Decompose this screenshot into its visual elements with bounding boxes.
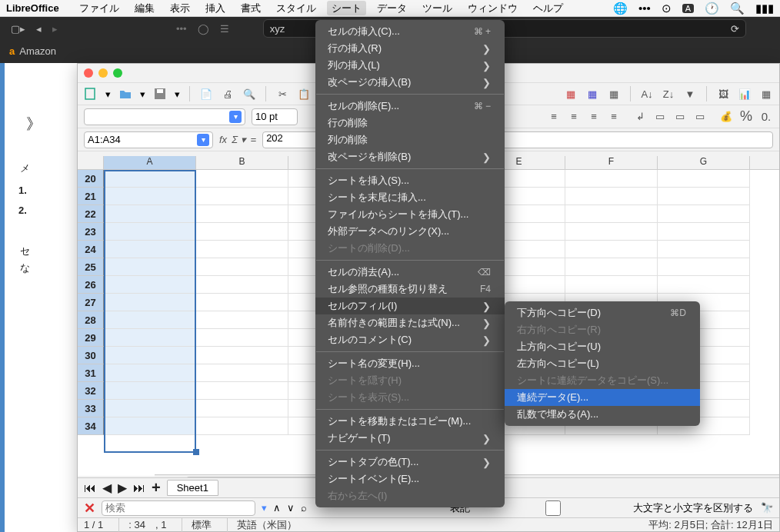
- cell[interactable]: [104, 223, 196, 241]
- row-header[interactable]: 29: [78, 329, 104, 347]
- find-input[interactable]: [102, 500, 255, 516]
- menu-ヘルプ[interactable]: ヘルプ: [533, 2, 563, 14]
- chart-icon[interactable]: 📊: [738, 87, 752, 101]
- menu-item[interactable]: ナビゲート(T)❯: [315, 430, 505, 447]
- image-icon[interactable]: 🖼: [716, 87, 730, 101]
- cell[interactable]: [196, 364, 288, 382]
- col-header[interactable]: G: [658, 156, 750, 169]
- col-icon[interactable]: ▦: [585, 87, 599, 101]
- more-icon[interactable]: •••: [638, 2, 651, 15]
- new-doc-icon[interactable]: [84, 87, 98, 101]
- row-header[interactable]: 31: [78, 364, 104, 382]
- menu-item[interactable]: セルのフィル(I)❯: [315, 298, 505, 314]
- prev-sheet-icon[interactable]: ◀: [102, 480, 112, 495]
- row-header[interactable]: 26: [78, 276, 104, 294]
- fx-icon[interactable]: fx: [219, 134, 227, 145]
- cell[interactable]: [104, 258, 196, 276]
- menu-item[interactable]: 行の削除: [315, 115, 505, 131]
- menu-item[interactable]: 連続データ(E)...: [505, 389, 700, 406]
- cell[interactable]: [565, 241, 658, 258]
- cell[interactable]: [104, 417, 196, 435]
- merge-icon[interactable]: ▭: [653, 110, 667, 124]
- cell[interactable]: [565, 188, 658, 205]
- sort-desc-icon[interactable]: Z↓: [662, 87, 675, 101]
- cell[interactable]: [196, 258, 288, 276]
- menu-item[interactable]: 改ページの挿入(B)❯: [315, 74, 505, 91]
- row-header[interactable]: 21: [78, 188, 104, 205]
- align-left-icon[interactable]: ≡: [547, 110, 561, 124]
- row-header[interactable]: 20: [78, 170, 104, 188]
- menu-item[interactable]: 左方向へコピー(L): [505, 355, 700, 372]
- globe-icon[interactable]: 🌐: [613, 2, 628, 15]
- cell[interactable]: [196, 294, 288, 311]
- cell[interactable]: [104, 205, 196, 223]
- row-header[interactable]: 23: [78, 223, 104, 241]
- spotlight-icon[interactable]: 🔍: [730, 2, 745, 15]
- row-header[interactable]: 30: [78, 347, 104, 364]
- name-box[interactable]: A1:A34▾: [84, 131, 213, 148]
- cell[interactable]: [104, 347, 196, 364]
- menu-表示[interactable]: 表示: [170, 2, 190, 14]
- sheet-menu[interactable]: セルの挿入(C)...⌘ +行の挿入(R)❯列の挿入(L)❯改ページの挿入(B)…: [315, 20, 505, 507]
- align-justify-icon[interactable]: ≡: [607, 110, 621, 124]
- cut-icon[interactable]: ✂: [275, 87, 289, 101]
- cell[interactable]: [196, 417, 288, 435]
- menu-編集[interactable]: 編集: [135, 2, 155, 14]
- row-header[interactable]: 33: [78, 400, 104, 417]
- cell[interactable]: [104, 276, 196, 294]
- menu-ファイル[interactable]: ファイル: [79, 2, 119, 14]
- cell[interactable]: [658, 258, 750, 276]
- select-all-corner[interactable]: [78, 156, 104, 169]
- cell[interactable]: [658, 223, 750, 241]
- fill-handle[interactable]: [193, 449, 199, 455]
- cell[interactable]: [658, 188, 750, 205]
- sheet-tab[interactable]: Sheet1: [167, 480, 218, 496]
- col-header[interactable]: F: [565, 156, 658, 169]
- percent-icon[interactable]: %: [739, 110, 753, 124]
- cell[interactable]: [104, 382, 196, 400]
- del-row-icon[interactable]: ▦: [607, 87, 621, 101]
- find-next-icon[interactable]: ∨: [287, 502, 295, 514]
- row-icon[interactable]: ▦: [564, 87, 578, 101]
- menu-item[interactable]: 行の挿入(R)❯: [315, 40, 505, 57]
- menu-item[interactable]: セルの削除(E)...⌘ −: [315, 98, 505, 115]
- row-header[interactable]: 28: [78, 311, 104, 329]
- sidebar-toggle-icon[interactable]: ▢▸: [11, 23, 25, 35]
- save-icon[interactable]: [153, 87, 167, 101]
- col-header[interactable]: A: [104, 156, 196, 169]
- cell[interactable]: [565, 258, 658, 276]
- clock-icon[interactable]: 🕐: [705, 2, 719, 15]
- currency-icon[interactable]: 💰: [719, 110, 733, 124]
- cell[interactable]: [104, 329, 196, 347]
- menu-item[interactable]: 列の挿入(L)❯: [315, 57, 505, 74]
- split-icon[interactable]: ▭: [693, 110, 707, 124]
- menu-item[interactable]: セル参照の種類を切り替えF4: [315, 281, 505, 298]
- cell[interactable]: [104, 311, 196, 329]
- unmerge-icon[interactable]: ▭: [673, 110, 687, 124]
- menu-item[interactable]: シート名の変更(H)...: [315, 355, 505, 372]
- menu-item[interactable]: 列の削除: [315, 131, 505, 148]
- print-icon[interactable]: 🖨: [221, 87, 235, 101]
- menu-item[interactable]: シートイベント(E)...: [315, 470, 505, 487]
- cell[interactable]: [196, 400, 288, 417]
- font-name-combo[interactable]: ▾: [84, 108, 245, 125]
- menu-item[interactable]: セルのコメント(C)❯: [315, 331, 505, 348]
- menu-item[interactable]: シートを移動またはコピー(M)...: [315, 413, 505, 430]
- menu-書式[interactable]: 書式: [241, 2, 261, 14]
- cell[interactable]: [196, 205, 288, 223]
- shield-icon[interactable]: ◯: [198, 23, 209, 35]
- number-icon[interactable]: 0.: [759, 110, 773, 124]
- copy-icon[interactable]: 📋: [297, 87, 311, 101]
- cell[interactable]: [565, 276, 658, 294]
- cell[interactable]: [658, 241, 750, 258]
- cell[interactable]: [196, 241, 288, 258]
- menu-item[interactable]: 上方向へコピー(U): [505, 338, 700, 355]
- cell[interactable]: [196, 276, 288, 294]
- align-right-icon[interactable]: ≡: [587, 110, 601, 124]
- menu-item[interactable]: 下方向へコピー(D)⌘D: [505, 304, 700, 321]
- row-header[interactable]: 24: [78, 241, 104, 258]
- cell[interactable]: [104, 241, 196, 258]
- menu-挿入[interactable]: 挿入: [205, 2, 225, 14]
- cell[interactable]: [196, 311, 288, 329]
- menu-ツール[interactable]: ツール: [422, 2, 452, 14]
